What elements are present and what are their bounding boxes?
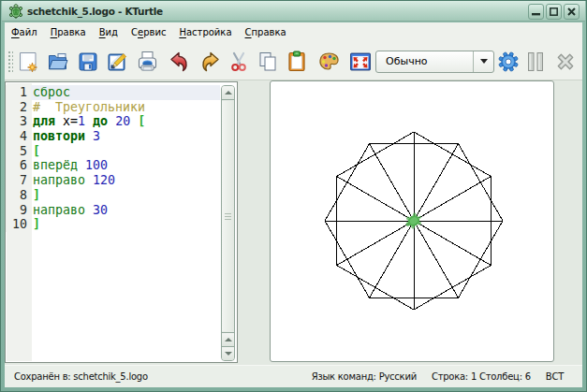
code-token-cmd: направо: [33, 203, 85, 217]
run-button[interactable]: [494, 48, 522, 76]
pause-icon: [524, 51, 547, 73]
code-line-text: # Треугольники: [31, 100, 220, 115]
turtle-drawing: [271, 81, 553, 361]
code-token-kw: до: [93, 114, 108, 128]
kturtle-window: schetchik_5.logo - KTurtle ФайлПравкаВид…: [0, 0, 587, 392]
colors-button[interactable]: [315, 48, 343, 76]
undo-button[interactable]: [166, 48, 194, 76]
editor-vertical-scrollbar[interactable]: [221, 85, 235, 361]
line-number: 8: [6, 188, 31, 203]
pause-button[interactable]: [521, 48, 550, 76]
menu-edit[interactable]: Правка: [44, 25, 93, 40]
speed-combo[interactable]: Обычно: [375, 51, 494, 73]
code-line-9[interactable]: 9направо 30: [6, 203, 220, 218]
undo-arrow-icon: [169, 51, 191, 73]
code-line-text: направо 30: [31, 203, 220, 218]
code-token-pl: [85, 173, 93, 187]
menubar: ФайлПравкаВидСервисНастройкаСправка: [5, 22, 582, 43]
save-button[interactable]: [74, 48, 102, 76]
palette-icon: [317, 50, 341, 73]
scrollbar-thumb[interactable]: [222, 101, 234, 331]
scroll-down-button[interactable]: [222, 346, 234, 360]
titlebar[interactable]: schetchik_5.logo - KTurtle: [2, 1, 585, 22]
code-token-num: 120: [93, 173, 115, 187]
cut-button[interactable]: [225, 48, 253, 76]
status-language: Язык команд: Русский: [304, 371, 424, 382]
code-token-br: ]: [33, 188, 40, 202]
code-line-3[interactable]: 3для x=1 до 20 [: [6, 114, 220, 129]
status-insert-mode: ВСТ: [538, 371, 571, 382]
gear-icon: [496, 50, 521, 74]
toolbar: Обычно: [5, 43, 582, 80]
open-button[interactable]: [44, 48, 72, 76]
window-title: schetchik_5.logo - KTurtle: [27, 6, 163, 17]
close-button[interactable]: [564, 4, 580, 20]
line-number: 4: [6, 129, 31, 144]
statusbar: Сохранён в: schetchik_5.logo Язык команд…: [5, 365, 582, 387]
chevron-down-icon: [480, 59, 488, 64]
code-line-6[interactable]: 6вперёд 100: [6, 158, 220, 173]
code-token-num: 1: [78, 114, 85, 128]
scroll-up-button-2[interactable]: [222, 332, 234, 346]
code-line-2[interactable]: 2# Треугольники: [6, 100, 220, 115]
code-line-8[interactable]: 8]: [6, 188, 220, 203]
code-line-1[interactable]: 1сброс: [6, 85, 220, 100]
code-token-pl: [78, 158, 85, 172]
code-token-num: 3: [93, 129, 100, 143]
redo-button[interactable]: [196, 48, 224, 76]
edit-button[interactable]: [103, 48, 131, 76]
code-token-kw: для: [33, 114, 55, 128]
code-line-5[interactable]: 5[: [6, 144, 220, 159]
code-line-text: вперёд 100: [31, 158, 220, 173]
menu-file[interactable]: Файл: [5, 25, 44, 40]
toolbar-drag-handle[interactable]: [7, 50, 13, 74]
print-button[interactable]: [133, 48, 161, 76]
status-cursor-position: Строка: 1 Столбец: 6: [424, 371, 538, 382]
clipboard-icon: [286, 51, 308, 73]
code-token-pl: [108, 114, 115, 128]
code-token-cmd: сброс: [33, 85, 70, 99]
speed-combo-dropdown[interactable]: [473, 51, 493, 72]
code-line-7[interactable]: 7направо 120: [6, 173, 220, 188]
save-floppy-icon: [77, 51, 99, 73]
maximize-icon: [550, 7, 558, 16]
scrollbar-grip: [225, 213, 231, 222]
code-line-4[interactable]: 4повтори 3: [6, 129, 220, 144]
new-button[interactable]: [14, 48, 42, 76]
line-number: 2: [6, 100, 31, 115]
code-token-br: [: [138, 114, 145, 128]
scroll-up-button[interactable]: [222, 86, 234, 100]
code-token-br: [: [33, 144, 40, 158]
paste-button[interactable]: [283, 48, 311, 76]
minimize-button[interactable]: [528, 4, 544, 20]
print-icon: [136, 50, 159, 73]
menu-tools[interactable]: Сервис: [125, 25, 172, 40]
code-token-br: ]: [33, 217, 40, 231]
status-saved-text: Сохранён в: schetchik_5.logo: [5, 371, 304, 382]
line-number: 6: [6, 158, 31, 173]
menu-view[interactable]: Вид: [93, 25, 125, 40]
menu-settings[interactable]: Настройка: [172, 25, 238, 40]
code-line-text: ]: [31, 188, 220, 203]
line-number: 3: [6, 114, 31, 129]
code-token-com: # Треугольники: [33, 100, 145, 114]
scissors-icon: [227, 51, 250, 73]
stop-button[interactable]: [551, 48, 580, 76]
code-editor[interactable]: 1сброс2# Треугольники3для x=1 до 20 [4по…: [5, 81, 238, 363]
turtle-canvas[interactable]: [270, 80, 554, 362]
menu-help[interactable]: Справка: [239, 25, 293, 40]
new-file-icon: [17, 51, 39, 73]
fullscreen-button[interactable]: [346, 48, 374, 76]
code-line-text: для x=1 до 20 [: [31, 114, 220, 129]
code-token-pl: [85, 203, 93, 217]
code-line-10[interactable]: 10]: [6, 217, 220, 232]
code-token-kw: повтори: [33, 129, 85, 143]
open-folder-icon: [47, 51, 69, 73]
line-number: 1: [6, 85, 31, 100]
copy-button[interactable]: [254, 48, 282, 76]
close-icon: [567, 7, 576, 16]
edit-pencil-icon: [106, 51, 128, 73]
code-token-pl: [130, 114, 138, 128]
code-token-cmd: направо: [33, 173, 85, 187]
maximize-button[interactable]: [546, 4, 562, 20]
